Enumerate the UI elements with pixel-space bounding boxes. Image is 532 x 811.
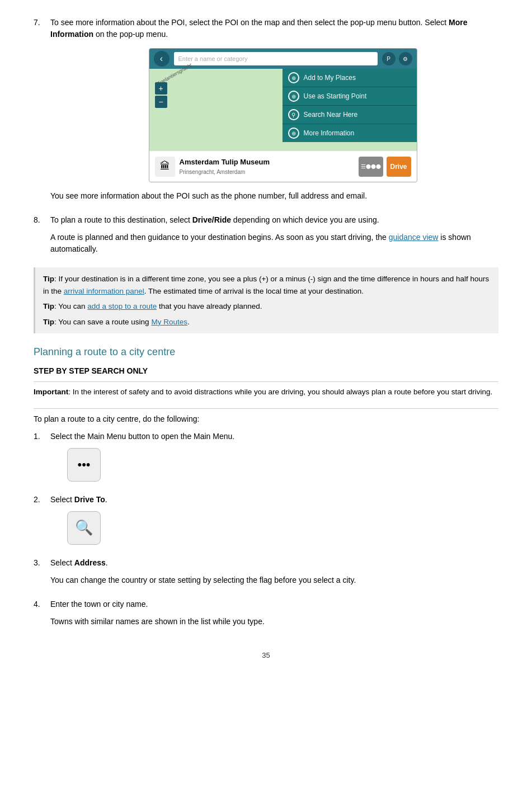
step-2-number: 2. bbox=[34, 494, 50, 550]
popup-item-add-to-places[interactable]: ⊕ Add to My Places bbox=[283, 69, 417, 87]
topbar-icon-1: P bbox=[382, 52, 396, 65]
step-1-content: Select the Main Menu button to open the … bbox=[50, 431, 498, 487]
step-2-content: Select Drive To. 🔍 bbox=[50, 494, 498, 550]
step-7-content: To see more information about the POI, s… bbox=[50, 17, 498, 208]
tip-3: Tip: You can save a route using My Route… bbox=[43, 316, 491, 328]
add-stop-link[interactable]: add a stop to a route bbox=[87, 302, 157, 310]
drive-to-symbol: 🔍 bbox=[75, 517, 93, 539]
step-7: 7. To see more information about the POI… bbox=[34, 17, 498, 208]
important-box: Important: In the interest of safety and… bbox=[34, 381, 498, 408]
add-to-places-icon: ⊕ bbox=[288, 72, 299, 83]
back-button-icon[interactable]: ‹ bbox=[154, 51, 170, 67]
poi-image-wrapper: ‹ Enter a name or category P ⚙ Egelantie… bbox=[67, 48, 498, 182]
poi-name: Amsterdam Tulip Museum bbox=[180, 157, 354, 168]
drive-to-icon: 🔍 bbox=[67, 511, 101, 545]
popup-item-label: Use as Starting Point bbox=[304, 91, 367, 101]
step-3-text2: You can change the country or state sett… bbox=[50, 574, 498, 586]
step-2-text: Select Drive To. bbox=[50, 494, 498, 506]
step-4-text: Enter the town or city name. bbox=[50, 598, 498, 610]
tip-2: Tip: You can add a stop to a route that … bbox=[43, 300, 491, 313]
step-3: 3. Select Address. You can change the co… bbox=[34, 557, 498, 592]
my-routes-link[interactable]: My Routes bbox=[151, 318, 187, 326]
drive-to-icon-image: 🔍 bbox=[67, 511, 101, 545]
page-number: 35 bbox=[34, 650, 498, 661]
step-8-content: To plan a route to this destination, sel… bbox=[50, 214, 498, 261]
poi-address: Prinsengracht, Amsterdam bbox=[180, 168, 354, 176]
popup-item-search-near[interactable]: ⚲ Search Near Here bbox=[283, 106, 417, 124]
step-1: 1. Select the Main Menu button to open t… bbox=[34, 431, 498, 487]
popup-item-label: More Information bbox=[304, 128, 355, 138]
step-4-content: Enter the town or city name. Towns with … bbox=[50, 598, 498, 633]
poi-menu-button[interactable]: ☰⬤⬤⬤ bbox=[359, 157, 383, 177]
main-menu-icon: ••• bbox=[67, 448, 101, 482]
step-7-detail: You see more information about the POI s… bbox=[50, 190, 498, 202]
more-info-icon: ⊕ bbox=[288, 128, 299, 139]
tip-box: Tip: If your destination is in a differe… bbox=[34, 267, 498, 333]
step-3-content: Select Address. You can change the count… bbox=[50, 557, 498, 592]
popup-item-starting-point[interactable]: ⊕ Use as Starting Point bbox=[283, 87, 417, 106]
popup-item-more-info[interactable]: ⊕ More Information bbox=[283, 124, 417, 142]
step-by-step-label: STEP BY STEP SEARCH ONLY bbox=[34, 365, 498, 377]
popup-item-label: Search Near Here bbox=[304, 110, 358, 120]
poi-info: Amsterdam Tulip Museum Prinsengracht, Am… bbox=[180, 157, 354, 176]
zoom-out-btn[interactable]: − bbox=[155, 96, 167, 108]
poi-icon: 🏛 bbox=[155, 157, 175, 177]
topbar-icon-2: ⚙ bbox=[399, 52, 412, 65]
step-2: 2. Select Drive To. 🔍 bbox=[34, 494, 498, 550]
step-3-number: 3. bbox=[34, 557, 50, 592]
step-8-number: 8. bbox=[34, 214, 50, 261]
step-4-text2: Towns with similar names are shown in th… bbox=[50, 616, 498, 628]
step-8: 8. To plan a route to this destination, … bbox=[34, 214, 498, 261]
tip-1: Tip: If your destination is in a differe… bbox=[43, 273, 491, 297]
poi-action-buttons: ☰⬤⬤⬤ Drive bbox=[359, 157, 411, 177]
step-1-number: 1. bbox=[34, 431, 50, 487]
zoom-in-btn[interactable]: + bbox=[155, 82, 167, 95]
guidance-view-link[interactable]: guidance view bbox=[389, 233, 439, 242]
intro-text: To plan a route to a city centre, do the… bbox=[34, 413, 498, 425]
poi-bottom-bar: 🏛 Amsterdam Tulip Museum Prinsengracht, … bbox=[149, 150, 417, 182]
section-heading: Planning a route to a city centre bbox=[34, 345, 498, 360]
popup-item-label: Add to My Places bbox=[304, 73, 356, 83]
important-text: Important: In the interest of safety and… bbox=[34, 386, 498, 398]
step-8-text: To plan a route to this destination, sel… bbox=[50, 214, 498, 226]
search-input-display: Enter a name or category bbox=[174, 52, 378, 65]
search-near-icon: ⚲ bbox=[288, 109, 299, 120]
step-8-text2: A route is planned and then guidance to … bbox=[50, 232, 498, 255]
step-4-number: 4. bbox=[34, 598, 50, 633]
step-3-text: Select Address. bbox=[50, 557, 498, 569]
arrival-information-panel-link[interactable]: arrival information panel bbox=[64, 287, 144, 295]
main-menu-dots: ••• bbox=[77, 455, 90, 474]
poi-screenshot-image: ‹ Enter a name or category P ⚙ Egelantie… bbox=[149, 48, 417, 182]
main-menu-icon-image: ••• bbox=[67, 448, 101, 482]
topbar-icons: P ⚙ bbox=[382, 52, 412, 65]
poi-drive-button[interactable]: Drive bbox=[387, 157, 411, 177]
step-7-text: To see more information about the POI, s… bbox=[50, 17, 498, 40]
starting-point-icon: ⊕ bbox=[288, 91, 299, 102]
zoom-controls: + − bbox=[155, 82, 167, 108]
step-4: 4. Enter the town or city name. Towns wi… bbox=[34, 598, 498, 633]
poi-popup-menu: ⊕ Add to My Places ⊕ Use as Starting Poi… bbox=[283, 69, 417, 142]
step-7-number: 7. bbox=[34, 17, 50, 208]
step-1-text: Select the Main Menu button to open the … bbox=[50, 431, 498, 442]
